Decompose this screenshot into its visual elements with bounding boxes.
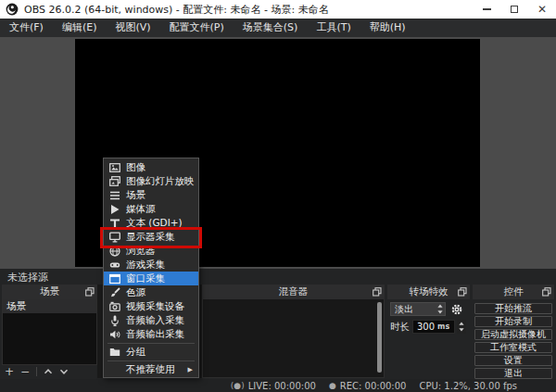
popout-icon[interactable] (373, 287, 382, 297)
menu-tools[interactable]: 工具(T) (307, 19, 360, 37)
menu-item-window-capture[interactable]: 窗口采集 (104, 272, 198, 285)
maximize-icon (511, 6, 518, 13)
transition-gear-icon[interactable] (450, 303, 463, 316)
obs-logo-icon (6, 3, 19, 16)
mixer-scrollbar[interactable] (377, 302, 382, 373)
scene-list-icon (109, 190, 120, 201)
live-time: LIVE: 00:00:00 (248, 381, 316, 391)
menu-view[interactable]: 视图(V) (106, 19, 159, 37)
stepper-arrows-icon (458, 321, 465, 333)
rec-status: ● REC: 00:00:00 (329, 381, 407, 391)
menu-item-label: 图像幻灯片放映 (126, 175, 195, 188)
menu-item-label: 音频输出采集 (126, 328, 184, 341)
mixer-panel-header[interactable]: 混音器 (202, 285, 385, 299)
menu-help[interactable]: 帮助(H) (360, 19, 415, 37)
submenu-arrow-icon: ▶ (188, 366, 193, 373)
add-scene-button[interactable]: + (5, 366, 14, 377)
mic-icon (109, 315, 120, 326)
window-title: OBS 26.0.2 (64-bit, windows) - 配置文件: 未命名… (24, 3, 329, 17)
scene-list: 场景 (2, 299, 97, 365)
media-play-icon (109, 204, 120, 215)
studio-mode-button[interactable]: 工作室模式 (474, 342, 552, 353)
menu-file[interactable]: 文件(F) (0, 19, 53, 37)
start-virtual-camera-button[interactable]: 启动虚拟摄像机 (474, 329, 552, 340)
exit-button[interactable]: 退出 (474, 368, 552, 379)
scenes-panel: 场景 场景 + − (2, 285, 97, 378)
menu-item-video-capture-device[interactable]: 视频采集设备 (104, 299, 198, 313)
duration-input[interactable]: 300 ms (412, 320, 455, 334)
statusbar: (●) LIVE: 00:00:00 ● REC: 00:00:00 CPU: … (0, 379, 556, 392)
menubar: 文件(F) 编辑(E) 视图(V) 配置文件(P) 场景集合(S) 工具(T) … (0, 19, 556, 37)
menu-separator (107, 343, 195, 344)
rec-dot-icon: ● (329, 381, 336, 390)
video-device-icon (109, 301, 120, 312)
duration-stepper[interactable] (457, 320, 466, 334)
move-up-button[interactable] (44, 367, 53, 376)
start-streaming-button[interactable]: 开始推流 (474, 303, 552, 314)
menu-item-label: 图像 (126, 161, 145, 174)
close-icon: ✕ (537, 4, 547, 15)
menu-item-media-source[interactable]: 媒体源 (104, 202, 198, 216)
popout-icon[interactable] (542, 287, 551, 297)
menu-item-label: 视频采集设备 (126, 300, 184, 313)
window-icon (109, 273, 120, 285)
minimize-button[interactable] (473, 0, 500, 19)
menu-item-label: 场景 (126, 189, 145, 202)
cpu-fps-text: CPU: 1.2%, 30.00 fps (419, 381, 517, 391)
menu-edit[interactable]: 编辑(E) (53, 19, 107, 37)
source-status-row: 未选择源 (0, 269, 556, 285)
no-source-label: 未选择源 (7, 271, 48, 285)
menu-item-group[interactable]: 分组 (104, 345, 198, 359)
color-brush-icon (109, 287, 120, 298)
menu-item-audio-input-capture[interactable]: 音频输入采集 (104, 313, 198, 327)
slideshow-icon (109, 176, 120, 187)
duration-value: 300 (417, 322, 435, 332)
menu-item-label: 不推荐使用 (126, 363, 175, 376)
maximize-button[interactable] (500, 0, 528, 19)
live-signal-icon: (●) (231, 381, 245, 390)
menu-item-label: 窗口采集 (126, 272, 165, 285)
menu-item-slideshow[interactable]: 图像幻灯片放映 (104, 174, 198, 188)
toolbar-divider (36, 367, 37, 376)
speaker-icon (109, 329, 120, 340)
start-recording-button[interactable]: 开始录制 (474, 316, 552, 327)
duration-label: 时长 (390, 321, 410, 334)
game-icon (109, 259, 120, 271)
transition-selected-value: 淡出 (391, 303, 436, 316)
red-highlight-box (100, 227, 202, 248)
controls-panel: 控件 开始推流 开始录制 启动虚拟摄像机 工作室模式 设置 退出 (473, 285, 554, 378)
menu-item-scene[interactable]: 场景 (104, 188, 198, 202)
select-arrows-icon (436, 303, 444, 315)
menu-item-color-source[interactable]: 色源 (104, 285, 198, 299)
menu-item-deprecated[interactable]: 不推荐使用 ▶ (104, 362, 198, 376)
menu-separator (107, 360, 195, 361)
cpu-status: CPU: 1.2%, 30.00 fps (419, 381, 517, 391)
menu-item-label: 分组 (126, 346, 145, 359)
live-status: (●) LIVE: 00:00:00 (231, 381, 316, 391)
menu-item-audio-output-capture[interactable]: 音频输出采集 (104, 327, 198, 341)
scenes-panel-header[interactable]: 场景 (2, 285, 97, 299)
move-down-button[interactable] (59, 367, 69, 376)
menu-item-game-capture[interactable]: 游戏采集 (104, 258, 198, 272)
add-source-context-menu: 图像 图像幻灯片放映 场景 媒体源 文本 (GDI+) (103, 158, 199, 378)
popout-icon[interactable] (458, 287, 467, 297)
scene-list-item[interactable]: 场景 (3, 299, 96, 313)
popout-icon[interactable] (85, 287, 95, 297)
menu-scene-collection[interactable]: 场景集合(S) (234, 19, 308, 37)
controls-panel-header[interactable]: 控件 (473, 285, 554, 299)
scenes-toolbar: + − (2, 365, 97, 378)
close-button[interactable]: ✕ (528, 0, 556, 19)
settings-button[interactable]: 设置 (474, 355, 552, 366)
group-folder-icon (109, 347, 120, 358)
menu-item-label: 音频输入采集 (126, 314, 184, 327)
menu-item-label: 媒体源 (126, 203, 156, 216)
menu-profile[interactable]: 配置文件(P) (160, 19, 234, 37)
image-icon (109, 162, 120, 173)
preview-area (0, 37, 556, 269)
transitions-panel-header[interactable]: 转场特效 (387, 285, 470, 299)
transition-select[interactable]: 淡出 (390, 302, 446, 316)
remove-scene-button[interactable]: − (20, 366, 30, 377)
menu-item-label: 色源 (126, 286, 145, 299)
menu-item-label: 游戏采集 (126, 259, 165, 272)
menu-item-image[interactable]: 图像 (104, 160, 198, 174)
